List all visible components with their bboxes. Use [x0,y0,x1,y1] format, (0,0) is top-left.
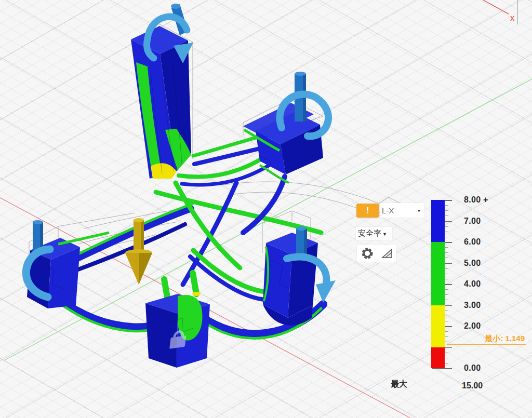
arm-block-lower-right [263,233,318,326]
legend-major-tick [445,305,452,306]
legend-color-segment [431,305,445,347]
legend-tick-label: 5.00 [464,259,500,268]
legend-tick-label: 7.00 [464,217,500,226]
min-marker-label: 最小: 1.149 [451,334,525,344]
legend-major-tick [445,242,452,243]
min-marker-line [447,344,526,345]
legend-minor-tick [445,226,448,227]
strut-cap [192,292,201,296]
legend-major-tick [445,284,452,285]
legend-major-tick [445,200,452,201]
legend-minor-tick [445,311,448,311]
legend-major-tick [445,326,452,327]
legend-minor-tick [445,274,448,274]
legend-minor-tick [445,247,448,248]
viewport-canvas[interactable]: ! L-X ▾ 安全率 ▼ 8.00 +7.006.005.004.003.00… [0,0,532,418]
max-row-label: 最大 [391,379,407,390]
legend-tick-label: 0.00 [464,363,500,373]
model-3d-view[interactable] [0,0,532,418]
legend-minor-tick [445,300,448,300]
legend-minor-tick [445,252,448,253]
result-type-label: 安全率 [358,228,381,238]
legend-minor-tick [445,294,448,295]
legend-minor-tick [445,289,448,290]
base-block [145,294,210,368]
legend-minor-tick [445,353,448,353]
legend-minor-tick [445,258,448,258]
legend-tick-label: 2.00 [464,321,500,331]
legend-major-tick [445,221,452,222]
legend-minor-tick [445,210,448,211]
x-axis-indicator-line [483,0,509,14]
legend-minor-tick [445,215,448,216]
legend-color-segment [431,347,445,369]
x-axis-label: X [510,15,514,22]
legend-color-segment [431,242,445,305]
result-type-dropdown[interactable]: 安全率 ▼ [356,227,392,240]
legend-major-tick [445,347,452,348]
axis-triad[interactable]: X [478,0,532,31]
legend-tick-label: 8.00 + [464,195,500,205]
legend-minor-tick [445,331,448,332]
legend-minor-tick [445,358,448,358]
legend-minor-tick [445,316,448,316]
chevron-down-icon: ▼ [382,232,387,237]
legend-minor-tick [445,363,448,363]
legend-minor-tick [445,321,448,321]
legend-minor-tick [445,279,448,279]
legend-color-segment [431,200,445,242]
legend-baseline-tick [432,368,449,369]
legend-tick-label: 3.00 [464,301,500,310]
legend-tick-label: 4.00 [464,279,500,289]
legend-minor-tick [445,336,448,337]
warning-icon: ! [366,206,369,216]
warning-badge-button[interactable]: ! [356,204,379,218]
legend-minor-tick [445,205,448,206]
legend-major-tick [445,263,452,264]
max-row-value: 15.00 [462,381,483,390]
legend-minor-tick [445,237,448,237]
legend-tick-label: 6.00 [464,237,500,247]
legend-tools [357,245,396,262]
legend-triangle-icon[interactable] [381,248,393,259]
gear-icon[interactable] [361,247,374,260]
legend-minor-tick [445,232,448,232]
legend-minor-tick [445,268,448,269]
legend-minor-tick [445,342,448,342]
chevron-down-icon: ▾ [418,208,420,213]
load-case-label: L-X [382,206,394,215]
load-case-dropdown[interactable]: L-X ▾ [380,203,424,218]
